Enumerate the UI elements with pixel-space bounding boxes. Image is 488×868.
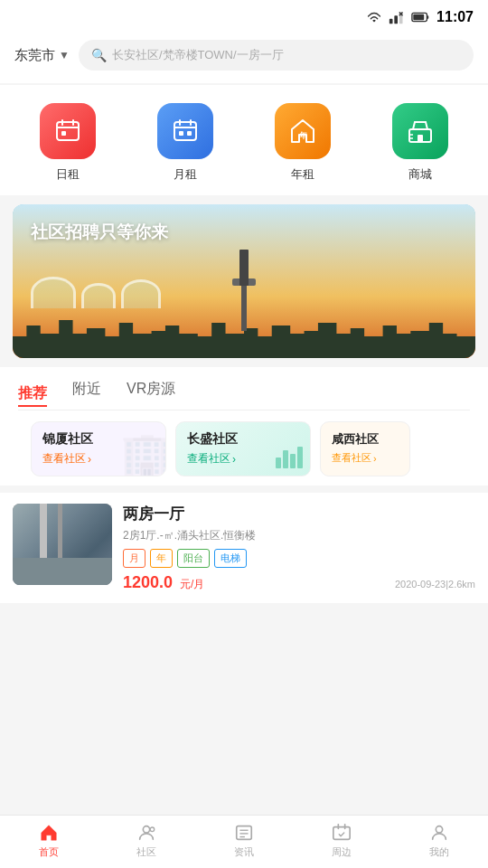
bar-3 bbox=[290, 454, 296, 468]
svg-rect-18 bbox=[187, 131, 192, 136]
yearly-label: 年租 bbox=[291, 166, 314, 183]
bottom-spacer bbox=[0, 603, 488, 666]
nearby-icon bbox=[332, 823, 352, 843]
listing-card[interactable]: 两房一厅 2房1厅.-㎡.涌头社区.恒衡楼 月 年 阳台 电梯 1200.0 元… bbox=[13, 504, 475, 592]
tag-month: 月 bbox=[123, 549, 145, 568]
category-monthly[interactable]: 月租 bbox=[157, 103, 213, 183]
mall-icon bbox=[392, 103, 448, 159]
banner-domes bbox=[31, 277, 161, 308]
nav-mine-label: 我的 bbox=[429, 845, 449, 859]
bottom-nav: 首页 社区 资讯 周边 我的 bbox=[0, 815, 488, 868]
nav-community[interactable]: 社区 bbox=[119, 823, 174, 859]
status-icons bbox=[364, 7, 431, 27]
signal-icon bbox=[388, 7, 408, 27]
svg-point-33 bbox=[436, 826, 442, 833]
nav-nearby-label: 周边 bbox=[332, 845, 352, 859]
search-placeholder: 长安社区/梵帝楼TOWN/一房一厅 bbox=[112, 47, 284, 63]
nav-news[interactable]: 资讯 bbox=[217, 823, 271, 859]
nav-news-label: 资讯 bbox=[234, 845, 254, 859]
svg-rect-8 bbox=[57, 122, 79, 140]
nav-community-label: 社区 bbox=[136, 845, 156, 859]
community-card-3[interactable]: 咸西社区 查看社区 › bbox=[320, 421, 410, 476]
bar-1 bbox=[276, 458, 281, 468]
city-selector[interactable]: 东莞市 ▼ bbox=[14, 47, 70, 64]
community-bg-icon-1: 🏢 bbox=[120, 429, 166, 476]
category-yearly[interactable]: 年 年租 bbox=[275, 103, 331, 183]
mine-icon bbox=[429, 823, 449, 843]
category-daily[interactable]: 日租 bbox=[40, 103, 96, 183]
daily-icon bbox=[40, 103, 96, 159]
category-mall[interactable]: 商城 bbox=[392, 103, 448, 183]
dome-3 bbox=[121, 279, 161, 308]
header: 东莞市 ▼ 🔍 长安社区/梵帝楼TOWN/一房一厅 bbox=[0, 31, 488, 83]
tag-elevator: 电梯 bbox=[214, 549, 247, 568]
monthly-icon bbox=[157, 103, 213, 159]
svg-text:年: 年 bbox=[298, 131, 308, 140]
home-icon bbox=[39, 823, 59, 843]
tabs: 推荐 附近 VR房源 bbox=[18, 380, 470, 410]
community-link-3[interactable]: 查看社区 › bbox=[332, 451, 399, 465]
svg-rect-17 bbox=[179, 131, 183, 136]
listing-img-inner bbox=[13, 504, 112, 585]
listing-price-unit: 元/月 bbox=[180, 577, 204, 592]
tab-recommend[interactable]: 推荐 bbox=[18, 384, 47, 407]
svg-rect-0 bbox=[389, 19, 393, 24]
city-name: 东莞市 bbox=[14, 47, 55, 64]
listing-wall bbox=[13, 558, 112, 585]
listing-tags: 月 年 阳台 电梯 bbox=[123, 549, 475, 568]
dome-1 bbox=[31, 277, 76, 308]
daily-label: 日租 bbox=[56, 166, 80, 183]
monthly-label: 月租 bbox=[174, 166, 197, 183]
bar-4 bbox=[297, 447, 303, 468]
svg-rect-12 bbox=[61, 131, 66, 136]
nav-mine[interactable]: 我的 bbox=[412, 823, 466, 859]
svg-rect-1 bbox=[394, 15, 398, 24]
chevron-down-icon: ▼ bbox=[59, 49, 70, 61]
svg-rect-7 bbox=[413, 14, 424, 20]
status-time: 11:07 bbox=[436, 9, 474, 25]
listing-meta: 2020-09-23|2.6km bbox=[395, 579, 475, 590]
listing-price: 1200.0 bbox=[123, 573, 173, 592]
tag-year: 年 bbox=[150, 549, 173, 568]
listing-price-row: 1200.0 元/月 2020-09-23|2.6km bbox=[123, 573, 475, 592]
search-icon: 🔍 bbox=[91, 48, 107, 62]
community-cards: 锦厦社区 查看社区 › 🏢 长盛社区 查看社区 › 咸西社区 bbox=[18, 410, 470, 476]
svg-rect-30 bbox=[333, 827, 350, 840]
wifi-icon bbox=[364, 7, 384, 27]
community-card-2[interactable]: 长盛社区 查看社区 › bbox=[175, 421, 311, 476]
listing-image bbox=[13, 504, 112, 585]
svg-point-25 bbox=[150, 827, 155, 832]
listing-section: 两房一厅 2房1厅.-㎡.涌头社区.恒衡楼 月 年 阳台 电梯 1200.0 元… bbox=[0, 493, 488, 603]
banner[interactable]: 社区招聘只等你来 bbox=[13, 204, 475, 358]
tabs-section: 推荐 附近 VR房源 锦厦社区 查看社区 › 🏢 长盛社区 查看社区 › bbox=[0, 367, 488, 486]
bar-chart bbox=[276, 447, 303, 468]
nav-home[interactable]: 首页 bbox=[22, 823, 76, 859]
status-bar: 11:07 bbox=[0, 0, 488, 31]
mall-label: 商城 bbox=[408, 166, 432, 183]
svg-rect-13 bbox=[174, 122, 196, 140]
search-bar[interactable]: 🔍 长安社区/梵帝楼TOWN/一房一厅 bbox=[79, 40, 474, 71]
banner-tower bbox=[241, 250, 247, 331]
categories-section: 日租 月租 年 年租 bbox=[0, 85, 488, 195]
listing-desc: 2房1厅.-㎡.涌头社区.恒衡楼 bbox=[123, 528, 475, 543]
nav-home-label: 首页 bbox=[39, 845, 59, 859]
listing-info: 两房一厅 2房1厅.-㎡.涌头社区.恒衡楼 月 年 阳台 电梯 1200.0 元… bbox=[123, 504, 475, 592]
svg-rect-21 bbox=[418, 135, 423, 142]
news-icon bbox=[234, 823, 254, 843]
banner-text: 社区招聘只等你来 bbox=[31, 221, 168, 244]
nav-nearby[interactable]: 周边 bbox=[314, 823, 369, 859]
tab-nearby[interactable]: 附近 bbox=[72, 380, 101, 401]
battery-icon bbox=[411, 7, 431, 27]
tag-balcony: 阳台 bbox=[177, 549, 210, 568]
bar-2 bbox=[283, 450, 288, 468]
community-icon bbox=[136, 823, 156, 843]
svg-point-24 bbox=[143, 826, 149, 833]
community-card-1[interactable]: 锦厦社区 查看社区 › 🏢 bbox=[31, 421, 166, 476]
tab-vr[interactable]: VR房源 bbox=[127, 380, 175, 401]
svg-rect-6 bbox=[427, 15, 428, 19]
banner-background: 社区招聘只等你来 bbox=[13, 204, 475, 358]
community-name-3: 咸西社区 bbox=[332, 431, 399, 448]
dome-2 bbox=[81, 283, 116, 308]
listing-title: 两房一厅 bbox=[123, 504, 475, 524]
community-name-2: 长盛社区 bbox=[187, 431, 299, 448]
